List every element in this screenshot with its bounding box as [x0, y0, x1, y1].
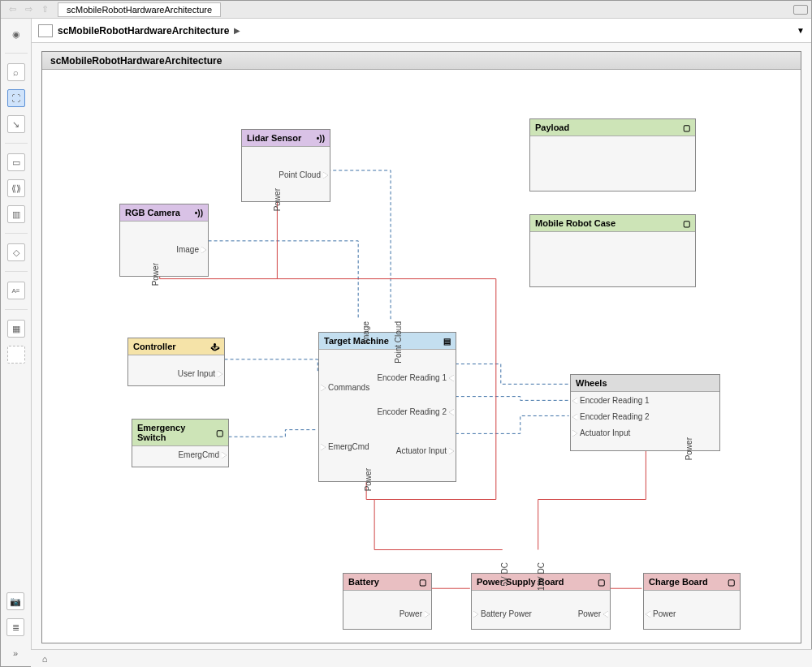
port-label: 12V DC [537, 562, 546, 591]
view2-icon[interactable]: ⟪⟫ [7, 179, 25, 197]
block-controller[interactable]: Controller🕹 User Input [127, 338, 225, 386]
block-title: RGB Camera [125, 208, 180, 217]
topbar: ⇦ ⇨ ⇧ scMobileRobotHardwareArchitecture [1, 1, 811, 19]
port-label: Image [361, 321, 370, 344]
block-payload[interactable]: Payload▢ [529, 118, 696, 191]
port-label: Actuator Input [580, 428, 630, 437]
block-lidar-sensor[interactable]: Lidar Sensor•)) Point Cloud Power [241, 129, 330, 202]
annot-icon[interactable]: A≡ [7, 282, 25, 299]
port-label: Point Cloud [279, 170, 321, 179]
box-icon: ▢ [216, 428, 223, 437]
architecture-canvas[interactable]: scMobileRobotHardwareArchitecture [41, 51, 801, 643]
block-mobile-robot-case[interactable]: Mobile Robot Case▢ [529, 214, 696, 287]
port-label: Encoder Reading 1 [377, 373, 447, 382]
block-charge-board[interactable]: Charge Board▢ Power [643, 573, 741, 630]
block-title: Controller [133, 342, 176, 351]
block-wheels[interactable]: Wheels Encoder Reading 1 Encoder Reading… [570, 374, 720, 451]
block-title: Target Machine [324, 336, 389, 346]
breadcrumb-bar: scMobileRobotHardwareArchitecture ▶ ▼ [32, 19, 811, 43]
restore-icon[interactable]: ↘ [7, 115, 25, 133]
block-title: Charge Board [649, 577, 708, 587]
port-label: Power [151, 263, 160, 286]
box-icon: ▢ [598, 578, 605, 587]
block-title: Emergency Switch [137, 423, 216, 442]
document-tab[interactable]: scMobileRobotHardwareArchitecture [58, 2, 221, 17]
port-label: Point Cloud [394, 321, 403, 364]
breadcrumb-next-icon[interactable]: ▶ [234, 26, 240, 35]
box-icon: ▢ [419, 578, 426, 587]
fit-icon[interactable]: ⛶ [7, 89, 25, 107]
view3-icon[interactable]: ▥ [7, 205, 25, 223]
port-label: Battery Power [481, 609, 532, 618]
block-power-supply-board[interactable]: Power Supply Board▢ Battery Power Power … [471, 573, 611, 630]
port-label: EmergCmd [328, 442, 369, 451]
block-title: Battery [348, 577, 379, 587]
port-label: EmergCmd [178, 450, 219, 459]
model-icon [38, 24, 53, 37]
block-title: Lidar Sensor [247, 133, 301, 143]
hide-panel-icon[interactable]: ◉ [7, 25, 25, 43]
zoom-icon[interactable]: ⌕ [7, 63, 25, 81]
box-icon: ▢ [683, 123, 690, 132]
block-title: Mobile Robot Case [535, 218, 615, 228]
port-label: Power [364, 468, 373, 491]
chip-icon: ▤ [443, 337, 451, 346]
block-title: Power Supply Board [477, 577, 564, 587]
empty-tool-icon[interactable] [7, 346, 25, 364]
breadcrumb-root[interactable]: scMobileRobotHardwareArchitecture [58, 25, 229, 37]
port-label: Power [685, 437, 693, 460]
block-title: Wheels [576, 378, 607, 388]
port-label: Encoder Reading 1 [580, 396, 650, 405]
list-icon[interactable]: ≣ [6, 618, 24, 636]
port-label: Power [578, 609, 601, 618]
port-label: Actuator Input [396, 446, 447, 455]
port-label: Encoder Reading 2 [377, 407, 447, 416]
port-label: Power [400, 609, 422, 618]
port-label: Power [273, 188, 282, 211]
block-emergency-switch[interactable]: Emergency Switch▢ EmergCmd [132, 419, 229, 467]
port-label: Encoder Reading 2 [580, 412, 650, 421]
left-toolbar: ◉ ⌕ ⛶ ↘ ▭ ⟪⟫ ▥ ◇ A≡ ▦ [1, 19, 32, 666]
joystick-icon: 🕹 [211, 342, 219, 351]
expand-icon[interactable]: » [6, 644, 24, 662]
nav-up-icon[interactable]: ⇧ [37, 2, 52, 17]
nav-back-icon[interactable]: ⇦ [5, 2, 19, 17]
view1-icon[interactable]: ▭ [7, 153, 25, 171]
nav-forward-icon[interactable]: ⇨ [21, 2, 36, 17]
box-icon: ▢ [728, 578, 735, 587]
port-label: 5V DC [500, 562, 509, 586]
canvas-title: scMobileRobotHardwareArchitecture [42, 52, 801, 70]
block-rgb-camera[interactable]: RGB Camera•)) Image Power [119, 204, 209, 277]
image-tool-icon[interactable]: ▦ [7, 320, 25, 338]
hierarchy-icon[interactable]: ⌂ [36, 652, 54, 666]
port-label: Commands [328, 383, 369, 392]
block-title: Payload [535, 123, 569, 132]
sensor-icon: •)) [195, 209, 203, 217]
port-label: Image [176, 245, 199, 254]
bottom-bar: ⌂ [31, 649, 812, 667]
port-label: User Input [178, 369, 215, 378]
camera-icon[interactable]: 📷 [6, 592, 24, 610]
view4-icon[interactable]: ◇ [7, 243, 25, 261]
block-battery[interactable]: Battery▢ Power [343, 573, 432, 630]
box-icon: ▢ [683, 219, 690, 228]
port-label: Power [653, 609, 676, 618]
block-target-machine[interactable]: Target Machine▤ Commands EmergCmd Encode… [318, 332, 456, 482]
sensor-icon: •)) [317, 134, 325, 143]
breadcrumb-dropdown-icon[interactable]: ▼ [797, 26, 805, 35]
keyboard-icon [793, 5, 808, 15]
diagram: Lidar Sensor•)) Point Cloud Power RGB Ca… [42, 70, 801, 643]
